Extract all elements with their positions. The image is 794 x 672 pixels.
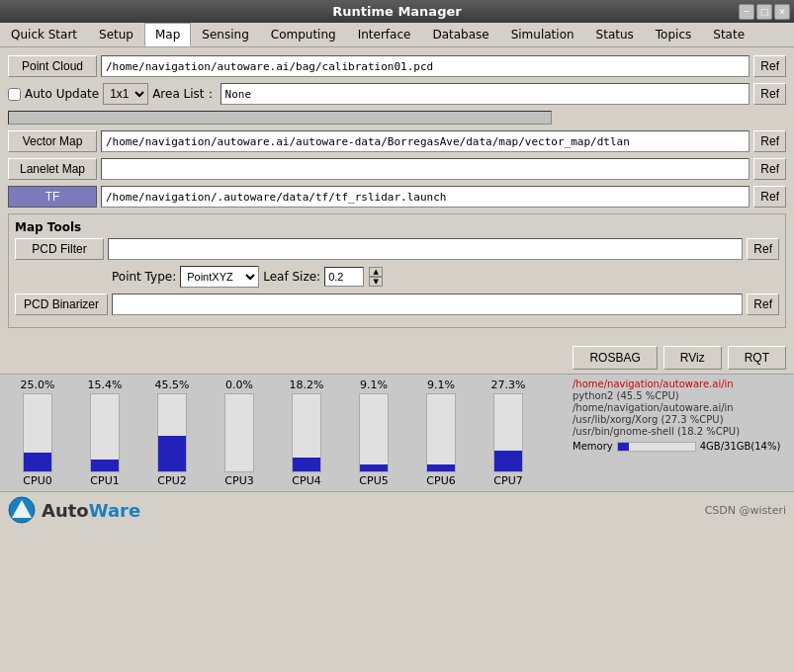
vector-map-row: Vector Map Ref [8, 130, 786, 152]
cpu-item-1: 15.4%CPU1 [75, 378, 134, 487]
lanelet-map-path-input[interactable] [101, 158, 750, 180]
map-tools-title: Map Tools [15, 220, 779, 234]
pcd-filter-ref-button[interactable]: Ref [747, 238, 779, 260]
cpu-bars: 25.0%CPU015.4%CPU145.5%CPU20.0%CPU318.2%… [8, 378, 569, 487]
tf-button[interactable]: TF [8, 186, 97, 208]
menu-item-map[interactable]: Map [144, 23, 191, 46]
pcd-filter-path-input[interactable] [108, 238, 743, 260]
cpu-label-4: CPU4 [292, 474, 320, 487]
cpu-bar-outer-3 [224, 393, 254, 472]
cpu-item-3: 0.0%CPU3 [210, 378, 269, 487]
system-info-line-0: /home/navigation/autoware.ai/in [573, 378, 786, 389]
lanelet-map-button[interactable]: Lanelet Map [8, 158, 97, 180]
area-list-ref-button[interactable]: Ref [753, 83, 786, 105]
lanelet-map-row: Lanelet Map Ref [8, 158, 786, 180]
menu-item-quickstart[interactable]: Quick Start [0, 23, 88, 46]
lanelet-map-ref-button[interactable]: Ref [753, 158, 786, 180]
pcd-binarizer-row: PCD Binarizer Ref [15, 294, 779, 315]
auto-update-label: Auto Update [8, 87, 99, 101]
cpu-pct-3: 0.0% [225, 378, 253, 391]
tf-row: TF Ref [8, 186, 786, 208]
system-info-line-2: /home/navigation/autoware.ai/in [573, 402, 786, 413]
cpu-label-3: CPU3 [224, 474, 253, 487]
cpu-pct-7: 27.3% [491, 378, 526, 391]
tf-path-input[interactable] [101, 186, 750, 208]
menu-item-sensing[interactable]: Sensing [191, 23, 259, 46]
cpu-item-6: 9.1%CPU6 [411, 378, 471, 487]
app-title: Runtime Manager [332, 4, 461, 19]
pcd-filter-button[interactable]: PCD Filter [15, 238, 104, 260]
autoware-logo: AutoWare [8, 496, 140, 524]
rviz-button[interactable]: RViz [663, 346, 722, 370]
point-cloud-button[interactable]: Point Cloud [8, 55, 97, 77]
menu-item-computing[interactable]: Computing [260, 23, 347, 46]
cpu-label-5: CPU5 [359, 474, 388, 487]
logo-ware: Ware [89, 500, 140, 521]
tf-ref-button[interactable]: Ref [753, 186, 786, 208]
system-info-line-1: python2 (45.5 %CPU) [573, 390, 786, 401]
cpu-bar-outer-5 [359, 393, 389, 472]
system-info-line-3: /usr/lib/xorg/Xorg (27.3 %CPU) [573, 414, 786, 425]
menu-item-interface[interactable]: Interface [347, 23, 422, 46]
minimize-button[interactable]: ─ [739, 4, 754, 20]
point-cloud-row: Point Cloud Ref [8, 55, 786, 77]
auto-update-row: Auto Update 1x1 Area List： Ref [8, 83, 786, 105]
progress-bar-row [8, 111, 786, 125]
auto-update-checkbox[interactable] [8, 88, 21, 101]
point-cloud-path-input[interactable] [101, 55, 750, 77]
point-cloud-ref-button[interactable]: Ref [753, 55, 786, 77]
footer-credit: CSDN @wisteri [705, 504, 786, 517]
cpu-item-2: 45.5%CPU2 [142, 378, 202, 487]
title-bar: Runtime Manager ─ □ ✕ [0, 0, 794, 23]
system-info-line-4: /usr/bin/gnome-shell (18.2 %CPU) [573, 426, 786, 437]
menu-item-database[interactable]: Database [421, 23, 499, 46]
rosbag-button[interactable]: ROSBAG [573, 346, 657, 370]
leaf-size-label: Leaf Size: [263, 270, 320, 284]
cpu-label-0: CPU0 [23, 474, 51, 487]
pcd-binarizer-button[interactable]: PCD Binarizer [15, 294, 108, 315]
leaf-size-spinner: ▲ ▼ [369, 267, 383, 287]
cpu-bar-outer-7 [493, 393, 523, 472]
spinner-up-button[interactable]: ▲ [369, 267, 383, 277]
map-tools-section: Map Tools PCD Filter Ref Point Type: Poi… [8, 213, 786, 328]
close-button[interactable]: ✕ [774, 4, 790, 20]
pcd-binarizer-ref-button[interactable]: Ref [747, 294, 779, 315]
cpu-bar-inner-5 [360, 464, 388, 471]
cpu-item-4: 18.2%CPU4 [277, 378, 336, 487]
cpu-pct-0: 25.0% [21, 378, 55, 391]
menu-item-status[interactable]: Status [585, 23, 645, 46]
cpu-label-6: CPU6 [426, 474, 455, 487]
spinner-down-button[interactable]: ▼ [369, 277, 383, 287]
cpu-section: 25.0%CPU015.4%CPU145.5%CPU20.0%CPU318.2%… [0, 374, 794, 491]
area-list-input[interactable] [221, 83, 750, 105]
rqt-button[interactable]: RQT [728, 346, 786, 370]
menu-item-state[interactable]: State [702, 23, 755, 46]
point-type-select[interactable]: PointXYZ [180, 266, 259, 288]
menu-item-setup[interactable]: Setup [88, 23, 144, 46]
memory-label: Memory [573, 441, 613, 452]
leaf-size-input[interactable] [324, 267, 364, 287]
vector-map-button[interactable]: Vector Map [8, 130, 97, 152]
cpu-bar-inner-6 [427, 464, 455, 471]
menu-item-simulation[interactable]: Simulation [500, 23, 585, 46]
menu-item-topics[interactable]: Topics [645, 23, 702, 46]
cpu-item-0: 25.0%CPU0 [8, 378, 67, 487]
pcd-binarizer-path-input[interactable] [112, 294, 743, 315]
memory-bar-inner [618, 443, 629, 451]
maximize-button[interactable]: □ [756, 4, 772, 20]
grid-select[interactable]: 1x1 [103, 83, 148, 105]
vector-map-ref-button[interactable]: Ref [753, 130, 786, 152]
cpu-label-7: CPU7 [493, 474, 522, 487]
cpu-bar-outer-0 [23, 393, 52, 472]
cpu-bar-inner-7 [494, 451, 522, 471]
area-list-label: Area List： [152, 86, 216, 103]
cpu-bar-inner-0 [24, 453, 51, 472]
memory-bar-outer [617, 442, 696, 452]
vector-map-path-input[interactable] [101, 130, 750, 152]
cpu-item-7: 27.3%CPU7 [479, 378, 538, 487]
cpu-pct-2: 45.5% [155, 378, 190, 391]
cpu-bar-inner-1 [91, 460, 119, 471]
cpu-label-1: CPU1 [90, 474, 119, 487]
cpu-item-5: 9.1%CPU5 [344, 378, 403, 487]
autoware-footer: AutoWare CSDN @wisteri [0, 491, 794, 528]
